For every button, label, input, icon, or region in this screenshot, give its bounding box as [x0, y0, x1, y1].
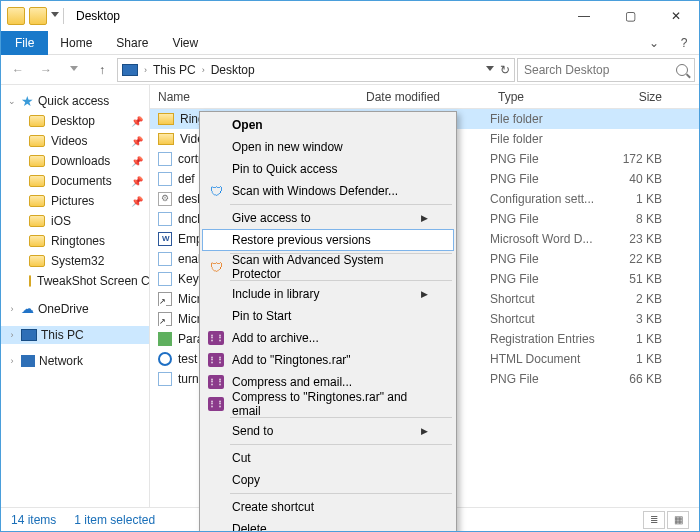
sidebar-item[interactable]: Documents📌: [1, 171, 149, 191]
file-type: HTML Document: [490, 352, 600, 366]
folder-icon: [29, 155, 45, 167]
context-menu-label: Copy: [232, 473, 260, 487]
context-menu-separator: [230, 444, 452, 445]
ribbon-expand-icon[interactable]: ⌄: [639, 36, 669, 50]
file-icon: [158, 133, 174, 145]
context-menu-label: Pin to Quick access: [232, 162, 337, 176]
crumb-sep[interactable]: ›: [202, 65, 205, 75]
navigation-pane: ⌄ ★ Quick access Desktop📌Videos📌Download…: [1, 85, 149, 507]
up-button[interactable]: ↑: [89, 58, 115, 82]
search-input[interactable]: Search Desktop: [517, 58, 695, 82]
sidebar-item[interactable]: System32: [1, 251, 149, 271]
context-menu-label: Compress and email...: [232, 375, 352, 389]
pin-icon: 📌: [131, 196, 143, 207]
sidebar-item-label: Videos: [51, 134, 87, 148]
context-menu-item[interactable]: 🛡Scan with Advanced System Protector: [202, 256, 454, 278]
maximize-button[interactable]: ▢: [607, 1, 653, 31]
context-menu-item[interactable]: Open in new window: [202, 136, 454, 158]
chevron-right-icon: ›: [7, 330, 17, 340]
context-menu-item[interactable]: Pin to Start: [202, 305, 454, 327]
header-size[interactable]: Size: [600, 85, 670, 109]
address-dropdown-icon[interactable]: [486, 66, 494, 74]
context-menu-label: Open in new window: [232, 140, 343, 154]
tab-home[interactable]: Home: [48, 32, 104, 54]
folder-icon: [29, 175, 45, 187]
sidebar-item[interactable]: iOS: [1, 211, 149, 231]
submenu-arrow-icon: ▶: [421, 289, 428, 299]
context-menu-item[interactable]: 🛡Scan with Windows Defender...: [202, 180, 454, 202]
view-icons-button[interactable]: ▦: [667, 511, 689, 529]
context-menu-item[interactable]: Copy: [202, 469, 454, 491]
sidebar-item[interactable]: Pictures📌: [1, 191, 149, 211]
context-menu-item[interactable]: ⋮⋮Add to "Ringtones.rar": [202, 349, 454, 371]
view-details-button[interactable]: ≣: [643, 511, 665, 529]
context-menu-label: Delete: [232, 522, 267, 532]
context-menu-item[interactable]: Cut: [202, 447, 454, 469]
pin-icon: 📌: [131, 176, 143, 187]
context-menu-item[interactable]: Open: [202, 114, 454, 136]
back-button[interactable]: ←: [5, 58, 31, 82]
pc-icon: [21, 329, 37, 341]
context-menu-label: Give access to: [232, 211, 311, 225]
refresh-icon[interactable]: ↻: [500, 63, 510, 77]
title-bar: Desktop — ▢ ✕: [1, 1, 699, 31]
context-menu-item[interactable]: Create shortcut: [202, 496, 454, 518]
qat-dropdown-icon[interactable]: [51, 12, 59, 20]
context-menu-label: Restore previous versions: [232, 233, 371, 247]
context-menu-item[interactable]: Include in library▶: [202, 283, 454, 305]
qat-separator: [63, 8, 64, 24]
qat-properties-icon[interactable]: [29, 7, 47, 25]
file-type: PNG File: [490, 212, 600, 226]
sidebar-item[interactable]: Ringtones: [1, 231, 149, 251]
file-icon: [158, 212, 172, 226]
context-menu: OpenOpen in new windowPin to Quick acces…: [199, 111, 457, 532]
folder-icon: [29, 275, 31, 287]
chevron-right-icon: ›: [7, 356, 17, 366]
sidebar-item[interactable]: TweakShot Screen C: [1, 271, 149, 291]
forward-button[interactable]: →: [33, 58, 59, 82]
file-type: PNG File: [490, 152, 600, 166]
search-icon: [676, 64, 688, 76]
sidebar-item-label: Pictures: [51, 194, 94, 208]
context-menu-item[interactable]: ⋮⋮Compress to "Ringtones.rar" and email: [202, 393, 454, 415]
shield-icon: 🛡: [208, 183, 224, 199]
sidebar-item[interactable]: Downloads📌: [1, 151, 149, 171]
help-icon[interactable]: ?: [669, 36, 699, 50]
nav-quick-access[interactable]: ⌄ ★ Quick access: [1, 91, 149, 111]
crumb-desktop[interactable]: Desktop: [211, 63, 255, 77]
context-menu-item[interactable]: Send to▶: [202, 420, 454, 442]
recent-dropdown[interactable]: [61, 58, 87, 82]
nav-this-pc[interactable]: › This PC: [1, 326, 149, 344]
context-menu-label: Add to "Ringtones.rar": [232, 353, 351, 367]
file-icon: [158, 312, 172, 326]
file-tab[interactable]: File: [1, 31, 48, 55]
nav-network[interactable]: › Network: [1, 352, 149, 370]
nav-network-label: Network: [39, 354, 83, 368]
window-controls: — ▢ ✕: [561, 1, 699, 31]
nav-onedrive[interactable]: › ☁ OneDrive: [1, 299, 149, 318]
sidebar-item-label: System32: [51, 254, 104, 268]
context-menu-item[interactable]: ⋮⋮Add to archive...: [202, 327, 454, 349]
context-menu-item[interactable]: Delete: [202, 518, 454, 532]
tab-share[interactable]: Share: [104, 32, 160, 54]
quick-access-toolbar: [1, 7, 70, 25]
minimize-button[interactable]: —: [561, 1, 607, 31]
file-size: 2 KB: [600, 292, 670, 306]
window-title: Desktop: [76, 9, 561, 23]
crumb-this-pc[interactable]: This PC: [153, 63, 196, 77]
header-name[interactable]: Name: [150, 85, 358, 109]
context-menu-item[interactable]: Restore previous versions: [202, 229, 454, 251]
close-button[interactable]: ✕: [653, 1, 699, 31]
header-date[interactable]: Date modified: [358, 85, 490, 109]
search-placeholder: Search Desktop: [524, 63, 609, 77]
sidebar-item[interactable]: Videos📌: [1, 131, 149, 151]
context-menu-item[interactable]: Give access to▶: [202, 207, 454, 229]
sidebar-item[interactable]: Desktop📌: [1, 111, 149, 131]
address-box[interactable]: › This PC › Desktop ↻: [117, 58, 515, 82]
context-menu-label: Scan with Windows Defender...: [232, 184, 398, 198]
header-type[interactable]: Type: [490, 85, 600, 109]
tab-view[interactable]: View: [160, 32, 210, 54]
crumb-sep[interactable]: ›: [144, 65, 147, 75]
context-menu-item[interactable]: Pin to Quick access: [202, 158, 454, 180]
rar-icon: ⋮⋮: [208, 396, 224, 412]
